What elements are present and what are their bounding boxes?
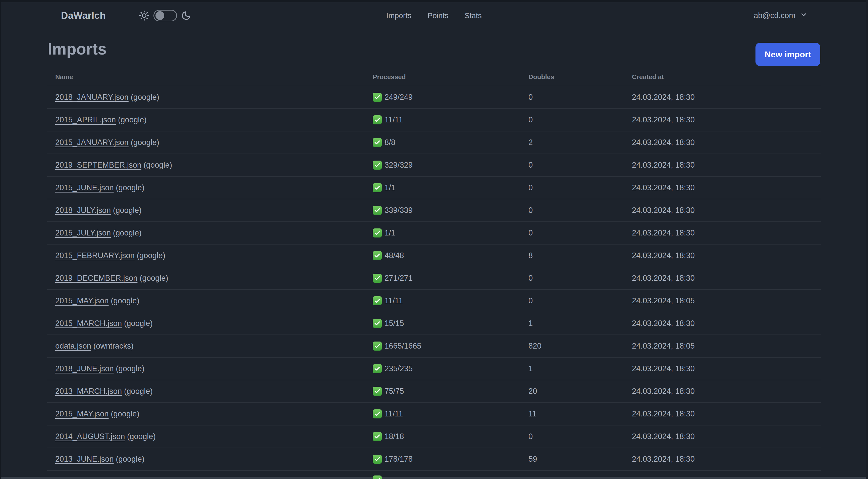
success-check-icon xyxy=(373,341,382,351)
table-row: 2019_DECEMBER.json (google)271/271024.03… xyxy=(47,267,821,289)
cell-doubles: 20 xyxy=(528,387,537,396)
import-file-link[interactable]: 2015_JANUARY.json xyxy=(55,138,129,147)
import-file-link[interactable]: 2019_DECEMBER.json xyxy=(55,274,137,282)
cell-name: 2014_AUGUST.json (google) xyxy=(55,432,156,441)
nav-link-stats[interactable]: Stats xyxy=(465,11,482,20)
processed-count: 329/329 xyxy=(384,160,413,170)
page: { "app": { "title": "DaWarIch" }, "navba… xyxy=(0,0,868,479)
success-check-icon xyxy=(373,206,382,215)
navbar: DaWarIch Imports Points Stats ab@cd.com xyxy=(0,2,868,29)
scrollbar-track[interactable] xyxy=(866,0,868,479)
import-source-label: (google) xyxy=(114,364,145,373)
success-check-icon xyxy=(373,115,382,124)
cell-name: 2019_DECEMBER.json (google) xyxy=(55,274,168,283)
cell-created-at: 24.03.2024, 18:30 xyxy=(632,229,695,238)
app-logo[interactable]: DaWarIch xyxy=(61,10,106,21)
cell-created-at: 24.03.2024, 18:30 xyxy=(632,387,695,396)
table-row: 2015_MAY.json (google)11/111124.03.2024,… xyxy=(47,402,821,425)
table-row: 2018_JUNE.json (google)235/235124.03.202… xyxy=(47,357,821,380)
import-source-label: (google) xyxy=(129,138,159,147)
cell-doubles: 0 xyxy=(528,274,533,283)
cell-name: 2013_MARCH.json (google) xyxy=(55,387,153,396)
bottom-edge-strip xyxy=(0,477,868,479)
table-row: 2015_FEBRUARY.json (google)48/48824.03.2… xyxy=(47,244,821,267)
cell-doubles: 0 xyxy=(528,229,533,238)
table-header-row: Name Processed Doubles Created at xyxy=(47,68,821,86)
cell-doubles: 820 xyxy=(528,341,541,351)
cell-doubles: 0 xyxy=(528,183,533,192)
cell-doubles: 0 xyxy=(528,93,533,102)
main-nav: Imports Points Stats xyxy=(386,11,482,20)
processed-count: 48/48 xyxy=(384,251,404,260)
import-file-link[interactable]: 2015_MARCH.json xyxy=(55,319,122,328)
success-check-icon xyxy=(373,160,382,170)
cell-doubles: 1 xyxy=(528,319,533,328)
cell-doubles: 1 xyxy=(528,364,533,373)
table-row: 2019_SEPTEMBER.json (google)329/329024.0… xyxy=(47,154,821,176)
import-file-link[interactable]: 2019_SEPTEMBER.json xyxy=(55,160,142,169)
new-import-button[interactable]: New import xyxy=(755,43,820,66)
processed-count: 1/1 xyxy=(384,183,395,192)
import-file-link[interactable]: 2018_JANUARY.json xyxy=(55,93,129,101)
table-rows: 2018_JANUARY.json (google)249/249024.03.… xyxy=(47,86,821,479)
table-row: 2015_MARCH.json (google)15/15124.03.2024… xyxy=(47,312,821,334)
account-email: ab@cd.com xyxy=(754,11,796,20)
account-menu[interactable]: ab@cd.com xyxy=(754,11,807,20)
success-check-icon xyxy=(373,476,382,479)
cell-created-at: 24.03.2024, 18:05 xyxy=(632,296,695,305)
theme-switch-knob xyxy=(155,11,164,20)
table-row: 2015_JUNE.json (google)1/1024.03.2024, 1… xyxy=(47,176,821,199)
cell-created-at: 24.03.2024, 18:30 xyxy=(632,183,695,192)
cell-name: 2015_APRIL.json (google) xyxy=(55,115,147,124)
success-check-icon xyxy=(373,93,382,102)
moon-icon xyxy=(181,10,191,21)
cell-name: 2015_MAY.json (google) xyxy=(55,296,140,305)
import-file-link[interactable]: 2018_JULY.json xyxy=(55,206,111,215)
import-file-link[interactable]: 2013_MARCH.json xyxy=(55,387,122,395)
nav-link-imports[interactable]: Imports xyxy=(386,11,411,20)
cell-processed: 11/11 xyxy=(373,409,403,418)
nav-link-points[interactable]: Points xyxy=(428,11,448,20)
import-file-link[interactable]: 2018_JUNE.json xyxy=(55,364,114,373)
cell-doubles: 0 xyxy=(528,432,533,441)
cell-processed: 178/178 xyxy=(373,455,413,464)
import-source-label: (google) xyxy=(135,251,165,260)
cell-processed: 339/339 xyxy=(373,206,413,215)
table-row: 2018_JULY.json (google)339/339024.03.202… xyxy=(47,199,821,221)
cell-processed: 1/1 xyxy=(373,183,395,192)
import-file-link[interactable]: 2015_JUNE.json xyxy=(55,183,114,192)
import-file-link[interactable]: 2015_MAY.json xyxy=(55,409,109,418)
cell-name: 2018_JUNE.json (google) xyxy=(55,364,145,373)
import-source-label: (google) xyxy=(114,183,145,192)
cell-created-at: 24.03.2024, 18:30 xyxy=(632,455,695,464)
import-source-label: (google) xyxy=(114,455,145,463)
window-edge-top xyxy=(0,0,868,2)
sun-icon xyxy=(139,10,149,21)
import-file-link[interactable]: 2014_AUGUST.json xyxy=(55,432,125,441)
import-file-link[interactable]: odata.json xyxy=(55,341,91,350)
table-row: 2015_JULY.json (google)1/1024.03.2024, 1… xyxy=(47,221,821,244)
cell-processed: 249/249 xyxy=(373,93,413,102)
import-source-label: (google) xyxy=(116,115,147,124)
import-file-link[interactable]: 2013_JUNE.json xyxy=(55,455,114,463)
cell-doubles: 0 xyxy=(528,296,533,305)
cell-doubles: 8 xyxy=(528,251,533,260)
import-file-link[interactable]: 2015_MAY.json xyxy=(55,296,109,305)
import-source-label: (google) xyxy=(122,387,152,395)
import-source-label: (owntracks) xyxy=(91,341,134,350)
cell-name: 2015_JANUARY.json (google) xyxy=(55,138,159,147)
processed-count: 1665/1665 xyxy=(384,341,422,351)
theme-switch[interactable] xyxy=(153,10,177,21)
column-header-processed: Processed xyxy=(373,73,406,81)
processed-count: 11/11 xyxy=(384,115,403,124)
cell-created-at: 24.03.2024, 18:30 xyxy=(632,115,695,124)
success-check-icon xyxy=(373,364,382,373)
cell-processed: 18/18 xyxy=(373,432,404,441)
table-row: 2018_JANUARY.json (google)249/249024.03.… xyxy=(47,86,821,108)
success-check-icon xyxy=(373,296,382,305)
import-source-label: (google) xyxy=(109,296,140,305)
import-file-link[interactable]: 2015_FEBRUARY.json xyxy=(55,251,135,260)
cell-name: 2019_SEPTEMBER.json (google) xyxy=(55,160,172,170)
import-file-link[interactable]: 2015_APRIL.json xyxy=(55,115,116,124)
import-file-link[interactable]: 2015_JULY.json xyxy=(55,229,111,237)
